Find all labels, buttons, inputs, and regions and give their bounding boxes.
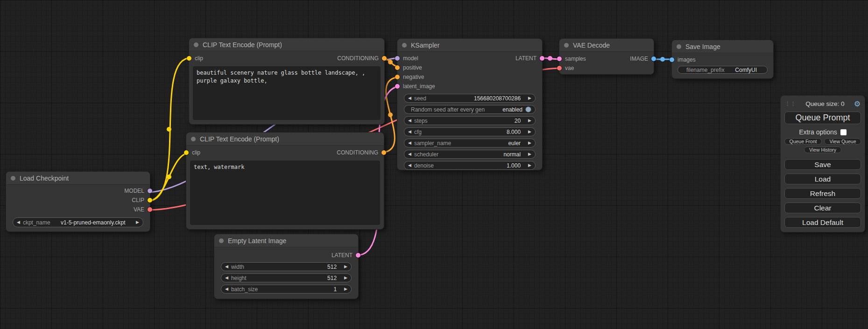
decrement-arrow-icon[interactable]: ◀ bbox=[17, 220, 20, 224]
collapse-dot-icon[interactable] bbox=[194, 42, 198, 47]
input-port-model[interactable] bbox=[395, 56, 400, 61]
widget-denoise[interactable]: ◀ denoise 1.000 ▶ bbox=[404, 161, 536, 170]
clear-button[interactable]: Clear bbox=[784, 203, 861, 213]
queue-prompt-button[interactable]: Queue Prompt bbox=[784, 112, 861, 124]
node-title: Empty Latent Image bbox=[228, 237, 286, 245]
node-header[interactable]: Empty Latent Image bbox=[214, 234, 358, 247]
output-label-image: IMAGE bbox=[630, 56, 648, 62]
input-port-clip[interactable] bbox=[187, 56, 191, 61]
widget-ckpt-name[interactable]: ◀ ckpt_name v1-5-pruned-emaonly.ckpt ▶ bbox=[13, 217, 143, 227]
widget-value[interactable]: v1-5-pruned-emaonly.ckpt bbox=[61, 219, 126, 226]
widget-sampler-name[interactable]: ◀ sampler_name euler ▶ bbox=[404, 139, 536, 147]
collapse-dot-icon[interactable] bbox=[219, 238, 224, 243]
extra-options-checkbox[interactable] bbox=[840, 129, 847, 135]
widget-filename-prefix[interactable]: filename_prefix ComfyUI bbox=[677, 66, 768, 74]
increment-arrow-icon[interactable]: ▶ bbox=[136, 220, 139, 224]
save-button[interactable]: Save bbox=[784, 159, 861, 170]
load-button[interactable]: Load bbox=[784, 174, 861, 184]
decrement-arrow-icon[interactable]: ◀ bbox=[225, 265, 228, 269]
increment-arrow-icon[interactable]: ▶ bbox=[528, 119, 531, 123]
increment-arrow-icon[interactable]: ▶ bbox=[528, 141, 531, 145]
node-header[interactable]: KSampler bbox=[397, 39, 542, 52]
link-dot[interactable] bbox=[388, 112, 393, 117]
widget-height[interactable]: ◀ height 512 ▶ bbox=[221, 273, 352, 282]
output-port-latent[interactable] bbox=[356, 253, 360, 258]
link-dot[interactable] bbox=[167, 127, 171, 132]
increment-arrow-icon[interactable]: ▶ bbox=[528, 152, 531, 156]
extra-options-label: Extra options bbox=[799, 128, 837, 136]
widget-seed[interactable]: ◀ seed 156680208700286 ▶ bbox=[404, 94, 536, 103]
widget-random-seed-toggle[interactable]: Random seed after every gen enabled bbox=[404, 105, 536, 114]
node-graph-canvas[interactable]: Load Checkpoint MODEL CLIP VAE ◀ ckpt_na… bbox=[0, 0, 868, 329]
prompt-textarea[interactable]: beautiful scenery nature glass bottle la… bbox=[193, 66, 381, 120]
node-clip-text-encode-negative[interactable]: CLIP Text Encode (Prompt) clip CONDITION… bbox=[186, 132, 384, 230]
input-port-negative[interactable] bbox=[395, 75, 400, 79]
settings-gear-icon[interactable]: ⚙ bbox=[854, 99, 861, 108]
toggle-circle-icon[interactable] bbox=[525, 106, 531, 112]
node-empty-latent-image[interactable]: Empty Latent Image LATENT ◀ width 512 ▶ … bbox=[214, 234, 359, 299]
widget-scheduler[interactable]: ◀ scheduler normal ▶ bbox=[404, 150, 536, 159]
node-save-image[interactable]: Save Image images filename_prefix ComfyU… bbox=[671, 40, 774, 79]
node-title: Load Checkpoint bbox=[20, 175, 69, 182]
node-load-checkpoint[interactable]: Load Checkpoint MODEL CLIP VAE ◀ ckpt_na… bbox=[6, 171, 150, 232]
widget-cfg[interactable]: ◀ cfg 8.000 ▶ bbox=[404, 127, 536, 136]
node-header[interactable]: CLIP Text Encode (Prompt) bbox=[186, 133, 384, 146]
increment-arrow-icon[interactable]: ▶ bbox=[344, 287, 347, 291]
queue-front-button[interactable]: Queue Front bbox=[784, 138, 822, 145]
decrement-arrow-icon[interactable]: ◀ bbox=[408, 119, 411, 123]
increment-arrow-icon[interactable]: ▶ bbox=[528, 163, 531, 168]
input-label-clip: clip bbox=[192, 149, 200, 156]
view-history-button[interactable]: View History bbox=[804, 147, 841, 153]
output-port-conditioning[interactable] bbox=[381, 150, 386, 155]
decrement-arrow-icon[interactable]: ◀ bbox=[225, 287, 228, 291]
drag-handle-icon[interactable]: ⋮⋮ bbox=[785, 102, 796, 106]
decrement-arrow-icon[interactable]: ◀ bbox=[225, 276, 228, 280]
input-port-clip[interactable] bbox=[184, 150, 189, 155]
collapse-dot-icon[interactable] bbox=[11, 176, 15, 181]
output-label-model: MODEL bbox=[124, 188, 144, 194]
input-port-images[interactable] bbox=[670, 57, 674, 62]
decrement-arrow-icon[interactable]: ◀ bbox=[408, 130, 411, 134]
input-port-positive[interactable] bbox=[395, 65, 400, 70]
collapse-dot-icon[interactable] bbox=[564, 43, 569, 48]
link-dot[interactable] bbox=[388, 60, 393, 64]
output-port-vae[interactable] bbox=[148, 207, 152, 212]
node-header[interactable]: Save Image bbox=[672, 40, 773, 53]
output-port-latent[interactable] bbox=[540, 56, 544, 61]
output-port-image[interactable] bbox=[651, 56, 656, 61]
refresh-button[interactable]: Refresh bbox=[784, 188, 861, 199]
widget-steps[interactable]: ◀ steps 20 ▶ bbox=[404, 116, 536, 125]
decrement-arrow-icon[interactable]: ◀ bbox=[408, 163, 411, 168]
node-vae-decode[interactable]: VAE Decode samples IMAGE vae bbox=[559, 38, 654, 75]
view-queue-button[interactable]: View Queue bbox=[824, 138, 861, 145]
collapse-dot-icon[interactable] bbox=[677, 44, 681, 49]
output-port-model[interactable] bbox=[148, 189, 152, 193]
node-header[interactable]: CLIP Text Encode (Prompt) bbox=[189, 38, 384, 51]
widget-batch-size[interactable]: ◀ batch_size 1 ▶ bbox=[221, 285, 352, 294]
decrement-arrow-icon[interactable]: ◀ bbox=[408, 152, 411, 156]
output-port-conditioning[interactable] bbox=[382, 56, 387, 61]
input-port-latent-image[interactable] bbox=[395, 84, 400, 89]
link-dot[interactable] bbox=[548, 56, 552, 61]
increment-arrow-icon[interactable]: ▶ bbox=[528, 96, 531, 100]
load-default-button[interactable]: Load Default bbox=[784, 217, 861, 228]
input-port-vae[interactable] bbox=[557, 66, 562, 70]
node-clip-text-encode-positive[interactable]: CLIP Text Encode (Prompt) clip CONDITION… bbox=[189, 38, 385, 125]
collapse-dot-icon[interactable] bbox=[191, 137, 196, 141]
link-dot[interactable] bbox=[660, 57, 665, 62]
node-header[interactable]: VAE Decode bbox=[559, 39, 654, 52]
node-header[interactable]: Load Checkpoint bbox=[6, 172, 150, 185]
link-dot[interactable] bbox=[167, 175, 171, 179]
widget-width[interactable]: ◀ width 512 ▶ bbox=[221, 262, 352, 271]
input-port-samples[interactable] bbox=[557, 56, 562, 61]
decrement-arrow-icon[interactable]: ◀ bbox=[408, 96, 411, 100]
increment-arrow-icon[interactable]: ▶ bbox=[528, 130, 531, 134]
increment-arrow-icon[interactable]: ▶ bbox=[344, 276, 347, 280]
widget-label: ckpt_name bbox=[23, 219, 50, 226]
collapse-dot-icon[interactable] bbox=[402, 43, 407, 48]
prompt-textarea[interactable]: text, watermark bbox=[190, 161, 380, 225]
increment-arrow-icon[interactable]: ▶ bbox=[344, 265, 347, 269]
node-ksampler[interactable]: KSampler model LATENT positive negative … bbox=[397, 38, 543, 170]
output-port-clip[interactable] bbox=[148, 198, 152, 203]
decrement-arrow-icon[interactable]: ◀ bbox=[408, 141, 411, 145]
